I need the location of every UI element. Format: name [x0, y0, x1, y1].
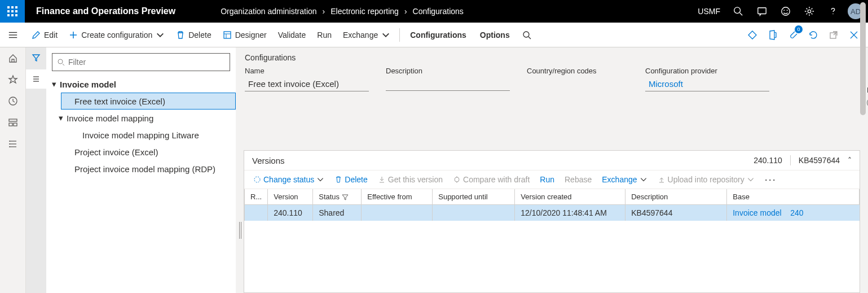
delete-button[interactable]: Delete [170, 23, 217, 47]
home-icon[interactable] [0, 47, 26, 69]
run-label: Run [317, 30, 332, 40]
cell-base: Invoice model 240 [727, 205, 860, 221]
breadcrumb-item[interactable]: Electronic reporting [331, 7, 399, 16]
more-icon[interactable]: ··· [761, 174, 780, 186]
tree-label: Project invoice (Excel) [74, 147, 158, 157]
help-icon[interactable] [822, 0, 844, 23]
office-icon[interactable] [764, 27, 781, 43]
tree-label: Project invoice model mapping (RDP) [74, 164, 215, 174]
modules-icon[interactable] [0, 133, 26, 155]
attach-icon[interactable]: 0 [785, 27, 801, 43]
nav-toggle-icon[interactable] [0, 23, 26, 47]
diamond-icon[interactable] [744, 27, 761, 43]
rebase-label: Rebase [565, 175, 592, 184]
edit-button[interactable]: Edit [26, 23, 63, 47]
popout-icon[interactable] [825, 27, 842, 43]
breadcrumb-item[interactable]: Organization administration [221, 7, 316, 16]
tree-item-free-text-invoice[interactable]: Free text invoice (Excel) [61, 93, 236, 110]
tree-label: Free text invoice (Excel) [74, 97, 165, 106]
svg-line-26 [528, 37, 531, 39]
base-link[interactable]: Invoice model [733, 208, 781, 217]
create-configuration-button[interactable]: Create configuration [63, 23, 170, 47]
breadcrumb: Organization administration › Electronic… [187, 7, 464, 16]
provider-label: Configuration provider [645, 67, 769, 75]
base-version-link[interactable]: 240 [790, 208, 803, 217]
description-value[interactable] [386, 77, 510, 91]
provider-value[interactable]: Microsoft [645, 77, 769, 91]
tree-filter-input[interactable] [52, 53, 230, 71]
svg-point-45 [254, 177, 260, 182]
svg-point-38 [9, 143, 10, 145]
tree-label: Invoice model mapping [67, 113, 153, 123]
app-launcher-icon[interactable] [0, 0, 25, 23]
filter-icon[interactable] [32, 47, 41, 69]
create-label: Create configuration [81, 30, 152, 40]
version-exchange-button[interactable]: Exchange [598, 173, 650, 186]
svg-rect-2 [15, 6, 17, 8]
svg-rect-11 [758, 8, 766, 14]
run-button[interactable]: Run [311, 23, 337, 47]
svg-point-13 [783, 10, 785, 11]
tree-item-project-invoice-model-mapping-rdp[interactable]: Project invoice model mapping (RDP) [61, 160, 236, 177]
col-version[interactable]: Version [268, 189, 313, 205]
tree-tab-icon[interactable] [26, 69, 46, 89]
col-effective-from[interactable]: Effective from [362, 189, 433, 205]
search-icon[interactable] [727, 0, 750, 23]
edit-label: Edit [44, 30, 58, 40]
tree-item-project-invoice-excel[interactable]: Project invoice (Excel) [61, 143, 236, 160]
tree-label: Invoice model mapping Litware [82, 130, 199, 140]
svg-rect-32 [9, 123, 12, 126]
filter-field[interactable] [68, 58, 225, 67]
workspaces-icon[interactable] [0, 112, 26, 133]
country-codes-value[interactable] [527, 77, 628, 91]
company-code[interactable]: USMF [692, 7, 726, 16]
favorites-icon[interactable] [0, 69, 26, 90]
exchange-button[interactable]: Exchange [337, 23, 396, 47]
change-status-button[interactable]: Change status [250, 173, 328, 186]
feedback-icon[interactable] [774, 0, 797, 23]
gear-icon[interactable] [798, 0, 821, 23]
tree-collapse-icon[interactable]: ▾ [49, 79, 60, 89]
versions-grid: R... Version Status Effective from Suppo… [244, 189, 860, 221]
svg-line-44 [63, 64, 64, 65]
country-codes-label: Country/region codes [527, 67, 628, 75]
tree-item-invoice-model[interactable]: ▾ Invoice model [46, 76, 236, 93]
splitter-handle[interactable] [239, 222, 242, 239]
find-button[interactable] [517, 23, 537, 47]
cell-version: 240.110 [268, 205, 313, 221]
tree-tab-strip [26, 47, 46, 293]
name-value[interactable]: Free text invoice (Excel) [245, 77, 369, 91]
validate-button[interactable]: Validate [272, 23, 312, 47]
svg-line-10 [740, 13, 743, 16]
refresh-icon[interactable] [805, 27, 822, 43]
configurations-tab[interactable]: Configurations [403, 30, 473, 40]
app-title: Finance and Operations Preview [25, 6, 187, 16]
scrollbar[interactable] [860, 47, 866, 293]
table-row[interactable]: 240.110 Shared 12/10/2020 11:48:41 AM KB… [245, 205, 860, 221]
chat-icon[interactable] [751, 0, 773, 23]
svg-rect-8 [15, 14, 17, 16]
col-version-created[interactable]: Version created [515, 189, 625, 205]
tree-item-invoice-model-mapping[interactable]: ▾ Invoice model mapping [61, 110, 236, 126]
tree-collapse-icon[interactable]: ▾ [55, 113, 67, 123]
recent-icon[interactable] [0, 90, 26, 112]
options-tab[interactable]: Options [473, 30, 517, 40]
col-supported-until[interactable]: Supported until [433, 189, 515, 205]
chevron-down-icon [316, 176, 324, 183]
name-label: Name [245, 67, 369, 75]
top-bar: Finance and Operations Preview Organizat… [0, 0, 868, 23]
col-status[interactable]: Status [313, 189, 362, 205]
chevron-up-icon[interactable]: ˄ [848, 156, 852, 165]
col-description[interactable]: Description [625, 189, 727, 205]
filter-icon [342, 194, 349, 200]
separator [790, 155, 791, 165]
rebase-button: Rebase [561, 173, 595, 186]
designer-button[interactable]: Designer [217, 23, 272, 47]
version-run-button[interactable]: Run [536, 173, 558, 186]
breadcrumb-item[interactable]: Configurations [413, 7, 464, 16]
col-r[interactable]: R... [245, 189, 268, 205]
svg-point-25 [523, 32, 529, 37]
col-base[interactable]: Base [727, 189, 860, 205]
tree-item-invoice-model-mapping-litware[interactable]: Invoice model mapping Litware [69, 126, 236, 143]
version-delete-button[interactable]: Delete [331, 173, 371, 186]
